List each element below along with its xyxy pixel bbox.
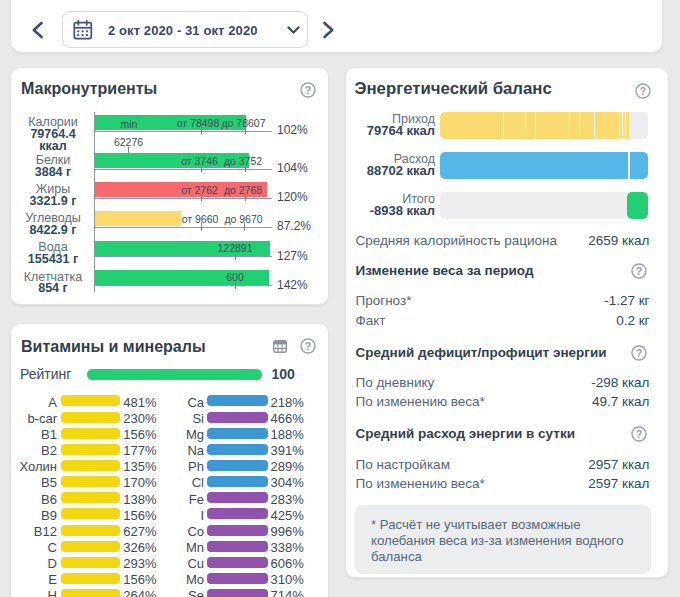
svg-text:?: ? (636, 347, 642, 359)
svg-text:?: ? (639, 84, 645, 96)
svg-text:?: ? (305, 84, 311, 96)
svg-text:?: ? (305, 340, 311, 352)
svg-text:?: ? (636, 427, 642, 439)
svg-text:?: ? (636, 264, 642, 276)
